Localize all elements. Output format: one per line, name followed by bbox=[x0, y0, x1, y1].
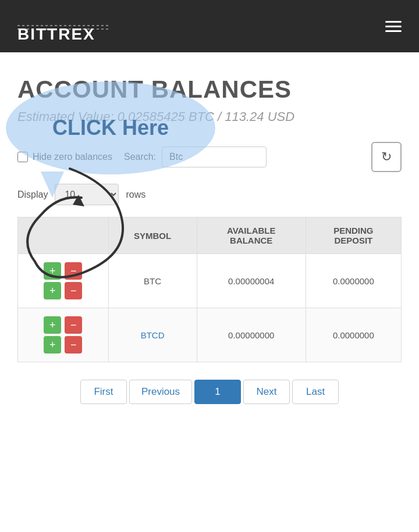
symbol-link-btcd[interactable]: BTCD bbox=[141, 330, 165, 340]
next-page-button[interactable]: Next bbox=[243, 380, 290, 404]
symbol-actions-top-btcd: + − bbox=[44, 316, 82, 334]
left-controls: Hide zero balances Search: bbox=[17, 147, 267, 167]
display-row: Display 10 25 50 100 rows bbox=[17, 184, 402, 205]
table-header: SYMBOL AVAILABLEBALANCE PENDINGDEPOSIT bbox=[18, 217, 402, 254]
hamburger-line-1 bbox=[385, 21, 402, 23]
available-balance-btcd: 0.00000000 bbox=[197, 308, 306, 362]
logo: BITTREX bbox=[17, 23, 111, 30]
last-page-button[interactable]: Last bbox=[292, 380, 339, 404]
estimated-value: Estimated Value: 0.02585425 BTC / 113.24… bbox=[17, 109, 402, 124]
available-balance-btc: 0.00000004 bbox=[197, 254, 306, 308]
display-select[interactable]: 10 25 50 100 bbox=[55, 184, 119, 205]
table-row: + − + − BTC 0.00000004 0.0000000 bbox=[18, 254, 402, 308]
row-actions-cell: + − + − bbox=[18, 254, 109, 308]
hamburger-line-2 bbox=[385, 26, 402, 27]
symbol-cell-btcd[interactable]: BTCD bbox=[108, 308, 197, 362]
header: BITTREX bbox=[0, 0, 419, 52]
refresh-icon: ↻ bbox=[381, 149, 392, 165]
deposit-button-btcd[interactable]: + bbox=[44, 316, 61, 334]
symbol-actions-bottom-btcd: + − bbox=[44, 336, 82, 354]
buy-button-btc[interactable]: + bbox=[44, 282, 61, 299]
hide-zero-checkbox[interactable] bbox=[17, 152, 28, 162]
balance-table: SYMBOL AVAILABLEBALANCE PENDINGDEPOSIT +… bbox=[17, 217, 402, 362]
col-available-balance: AVAILABLEBALANCE bbox=[197, 217, 306, 254]
pending-deposit-btc: 0.0000000 bbox=[306, 254, 401, 308]
controls-row: Hide zero balances Search: ↻ bbox=[17, 142, 402, 172]
refresh-button[interactable]: ↻ bbox=[371, 142, 402, 172]
pagination: First Previous 1 Next Last bbox=[17, 380, 402, 404]
symbol-cell-btc: BTC bbox=[108, 254, 197, 308]
pending-deposit-btcd: 0.0000000 bbox=[306, 308, 401, 362]
withdraw-button-btcd[interactable]: − bbox=[65, 316, 82, 334]
current-page-button[interactable]: 1 bbox=[194, 380, 241, 404]
col-actions bbox=[18, 217, 109, 254]
col-pending-deposit: PENDINGDEPOSIT bbox=[306, 217, 401, 254]
deposit-button-btc[interactable]: + bbox=[44, 262, 61, 280]
table-body: + − + − BTC 0.00000004 0.0000000 bbox=[18, 254, 402, 362]
buy-button-btcd[interactable]: + bbox=[44, 336, 61, 354]
page-title: ACCOUNT BALANCES bbox=[17, 76, 402, 103]
row-actions-cell-btcd: + − + − bbox=[18, 308, 109, 362]
hamburger-menu-button[interactable] bbox=[385, 21, 402, 32]
previous-page-button[interactable]: Previous bbox=[129, 380, 192, 404]
hamburger-line-3 bbox=[385, 30, 402, 32]
search-label: Search: bbox=[124, 152, 156, 162]
col-symbol: SYMBOL bbox=[108, 217, 197, 254]
estimated-value-amount: 0.02585425 BTC / 113.24 USD bbox=[118, 109, 295, 124]
first-page-button[interactable]: First bbox=[80, 380, 127, 404]
hide-zero-text: Hide zero balances bbox=[33, 152, 112, 162]
withdraw-button-btc[interactable]: − bbox=[65, 262, 82, 280]
table-row: + − + − BTCD 0.00000000 0.000 bbox=[18, 308, 402, 362]
estimated-value-label: Estimated Value: bbox=[17, 109, 114, 124]
symbol-actions-top: + − bbox=[44, 262, 82, 280]
main-content: ACCOUNT BALANCES Estimated Value: 0.0258… bbox=[0, 52, 419, 532]
hide-zero-label[interactable]: Hide zero balances bbox=[17, 152, 112, 162]
display-label: Display bbox=[17, 190, 48, 200]
symbol-actions-bottom: + − bbox=[44, 282, 82, 299]
search-input[interactable] bbox=[162, 147, 267, 167]
logo-text: BITTREX bbox=[17, 25, 111, 26]
search-row: Search: bbox=[124, 147, 267, 167]
rows-label: rows bbox=[126, 190, 145, 200]
sell-button-btc[interactable]: − bbox=[65, 282, 82, 299]
sell-button-btcd[interactable]: − bbox=[65, 336, 82, 354]
